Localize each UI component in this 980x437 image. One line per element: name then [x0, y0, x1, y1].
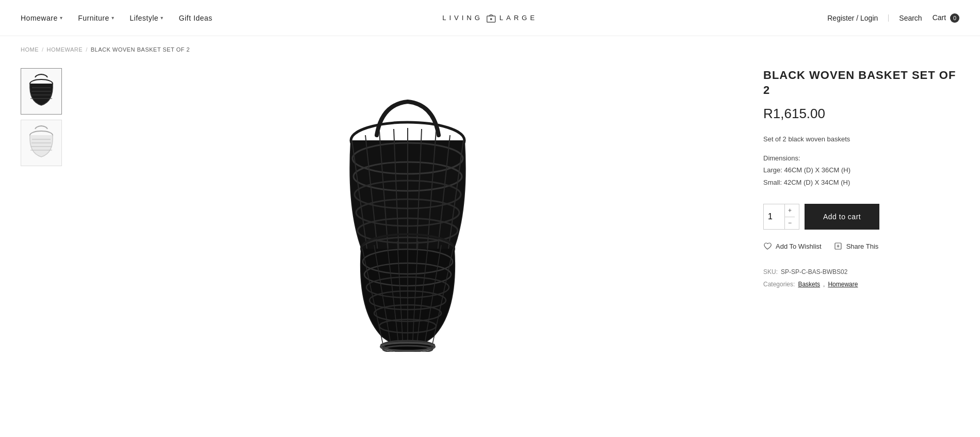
sku-row: SKU: SP-SP-C-BAS-BWBS02: [763, 266, 959, 278]
quantity-box: + −: [763, 204, 799, 230]
logo-prefix: LIVING: [442, 14, 483, 22]
header-divider: [888, 14, 889, 22]
categories-label: Categories:: [763, 278, 795, 290]
category-sep: ,: [823, 278, 825, 290]
share-icon: [834, 242, 842, 250]
search-link[interactable]: Search: [899, 14, 922, 22]
category-baskets[interactable]: Baskets: [798, 278, 820, 290]
product-description: Set of 2 black woven baskets: [763, 134, 959, 145]
register-login-link[interactable]: Register / Login: [827, 14, 878, 22]
quantity-controls: + −: [784, 204, 795, 229]
chevron-down-icon: ▾: [111, 15, 115, 21]
sku-value: SP-SP-C-BAS-BWBS02: [781, 266, 847, 278]
thumbnail-black-image: [26, 73, 57, 109]
add-to-cart-row: + − Add to cart: [763, 204, 959, 230]
header-right: Register / Login Search Cart 0: [827, 13, 959, 23]
heart-icon: [763, 242, 772, 250]
product-price: R1,615.00: [763, 106, 959, 122]
breadcrumb-current: BLACK WOVEN BASKET SET OF 2: [91, 46, 190, 53]
categories-row: Categories: Baskets , Homeware: [763, 278, 959, 290]
breadcrumb: HOME / HOMEWARE / BLACK WOVEN BASKET SET…: [0, 36, 980, 58]
category-homeware[interactable]: Homeware: [828, 278, 858, 290]
breadcrumb-sep: /: [42, 46, 44, 53]
add-to-cart-button[interactable]: Add to cart: [805, 204, 879, 230]
logo-icon: [485, 13, 497, 23]
chevron-down-icon: ▾: [60, 15, 63, 21]
dimension-large: Large: 46CM (D) X 36CM (H): [763, 164, 959, 176]
quantity-increase-button[interactable]: +: [785, 204, 795, 217]
dimension-small: Small: 42CM (D) X 34CM (H): [763, 176, 959, 188]
breadcrumb-homeware[interactable]: HOMEWARE: [47, 46, 83, 53]
breadcrumb-sep: /: [86, 46, 88, 53]
sku-label: SKU:: [763, 266, 778, 278]
product-title: BLACK WOVEN BASKET SET OF 2: [763, 68, 959, 98]
site-header: Homeware ▾ Furniture ▾ Lifestyle ▾ Gift …: [0, 0, 980, 36]
cart-link[interactable]: Cart 0: [933, 13, 959, 23]
site-logo[interactable]: LIVING LARGE: [442, 13, 538, 23]
nav-furniture[interactable]: Furniture ▾: [78, 14, 114, 22]
breadcrumb-home[interactable]: HOME: [21, 46, 39, 53]
product-meta: SKU: SP-SP-C-BAS-BWBS02 Categories: Bask…: [763, 266, 959, 290]
quantity-decrease-button[interactable]: −: [785, 217, 795, 230]
wishlist-share-row: Add To Wishlist Share This: [763, 242, 959, 250]
logo-suffix: LARGE: [500, 14, 538, 22]
nav-homeware[interactable]: Homeware ▾: [21, 14, 62, 22]
product-page: BLACK WOVEN BASKET SET OF 2 R1,615.00 Se…: [0, 58, 980, 393]
dimensions-label: Dimensions:: [763, 152, 959, 164]
product-info-panel: BLACK WOVEN BASKET SET OF 2 R1,615.00 Se…: [743, 63, 959, 373]
svg-point-1: [490, 18, 492, 20]
product-dimensions: Dimensions: Large: 46CM (D) X 36CM (H) S…: [763, 152, 959, 188]
chevron-down-icon: ▾: [160, 15, 164, 21]
thumbnail-white[interactable]: [21, 120, 62, 166]
product-image-svg: [310, 73, 506, 352]
quantity-input[interactable]: [764, 204, 784, 229]
cart-count: 0: [950, 13, 959, 23]
nav-gift-ideas[interactable]: Gift Ideas: [179, 14, 213, 22]
thumbnail-black[interactable]: [21, 68, 62, 115]
nav-lifestyle[interactable]: Lifestyle ▾: [130, 14, 163, 22]
thumbnail-list: [21, 63, 72, 373]
main-nav: Homeware ▾ Furniture ▾ Lifestyle ▾ Gift …: [21, 14, 213, 22]
add-to-wishlist-button[interactable]: Add To Wishlist: [763, 242, 822, 250]
main-image-container: [72, 63, 743, 373]
thumbnail-white-image: [26, 125, 57, 161]
product-main-image: [279, 63, 537, 362]
share-button[interactable]: Share This: [834, 242, 879, 250]
